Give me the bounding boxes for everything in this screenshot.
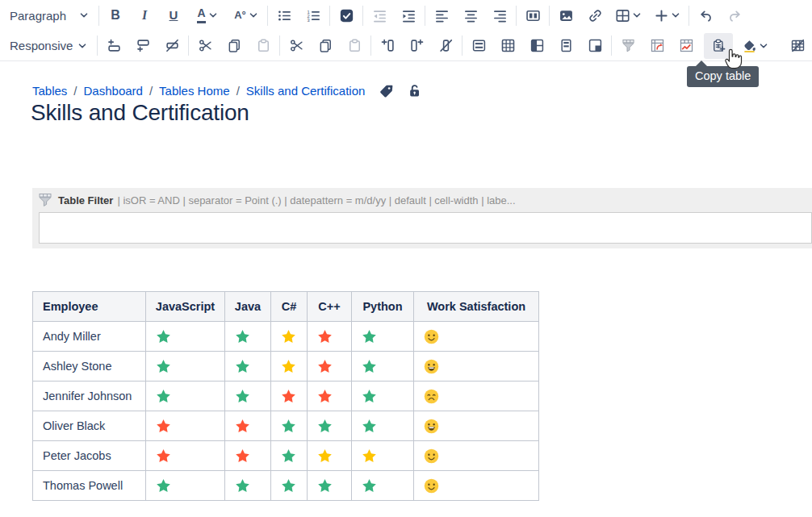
align-left-button[interactable] [427,2,456,28]
undo-button[interactable] [691,2,720,28]
table-filter-macro-header[interactable]: Table Filter | isOR = AND | separator = … [32,188,812,212]
text-style-dropdown[interactable]: A° [227,2,266,28]
heading-column-button[interactable] [522,33,551,59]
rating-cell[interactable] [271,381,308,411]
rating-cell[interactable] [225,381,271,411]
table-filter-macro[interactable]: Table Filter | isOR = AND | separator = … [32,188,812,248]
rating-cell[interactable] [352,322,414,352]
insert-row-below-button[interactable] [128,33,157,59]
rating-cell[interactable] [271,322,308,352]
align-center-button[interactable] [456,2,485,28]
column-header-employee[interactable]: Employee [33,292,146,322]
underline-button[interactable]: U [159,2,188,28]
page-layout-button[interactable] [518,2,547,28]
employee-cell[interactable]: Peter Jacobs [33,441,146,471]
delete-table-button[interactable] [783,33,812,59]
bullet-list-button[interactable] [270,2,299,28]
column-header-java[interactable]: Java [225,292,271,322]
breadcrumb-link[interactable]: Tables Home [159,84,230,98]
breadcrumb-link[interactable]: Skills and Certification [246,84,366,98]
breadcrumb-link[interactable]: Dashboard [84,84,143,98]
table-chart-button[interactable] [672,33,701,59]
satisfaction-cell[interactable] [414,352,539,381]
paste-row-button[interactable] [249,33,278,59]
breadcrumb-link[interactable]: Tables [32,84,67,98]
rating-cell[interactable] [225,411,271,441]
merge-cells-button[interactable] [464,33,493,59]
rating-cell[interactable] [308,352,352,381]
rating-cell[interactable] [352,411,414,441]
cut-column-button[interactable] [282,33,311,59]
cut-row-button[interactable] [190,33,220,59]
rating-cell[interactable] [271,352,308,381]
outdent-button[interactable] [365,2,394,28]
rating-cell[interactable] [352,381,414,411]
employee-cell[interactable]: Jennifer Johnson [33,381,146,411]
rating-cell[interactable] [146,381,225,411]
redo-button[interactable] [720,2,749,28]
rating-cell[interactable] [308,381,352,411]
column-header-c[interactable]: C++ [308,292,352,322]
rating-cell[interactable] [271,471,308,501]
labels-tag-icon[interactable] [379,84,393,98]
italic-button[interactable]: I [130,2,159,28]
numbered-list-button[interactable]: 123 [299,2,328,28]
table-mode-dropdown[interactable]: Responsive [0,33,95,59]
insert-row-above-button[interactable] [99,33,128,59]
insert-column-after-button[interactable] [402,33,431,59]
unlock-icon[interactable] [408,84,421,98]
employee-cell[interactable]: Ashley Stone [33,352,146,381]
footer-cell-button[interactable] [580,33,609,59]
indent-button[interactable] [394,2,423,28]
delete-row-button[interactable] [157,33,186,59]
rating-cell[interactable] [146,471,225,501]
satisfaction-cell[interactable] [414,322,539,352]
rating-cell[interactable] [146,411,225,441]
employee-cell[interactable]: Andy Miller [33,322,146,352]
rating-cell[interactable] [146,352,225,381]
insert-column-before-button[interactable] [373,33,402,59]
satisfaction-cell[interactable] [414,381,539,411]
task-list-button[interactable] [332,2,361,28]
align-right-button[interactable] [485,2,514,28]
rating-cell[interactable] [352,471,414,501]
insert-more-dropdown[interactable] [648,2,687,28]
rating-cell[interactable] [308,411,352,441]
rating-cell[interactable] [271,411,308,441]
rating-cell[interactable] [225,471,271,501]
copy-column-button[interactable] [311,33,340,59]
bold-button[interactable]: B [101,2,130,28]
employee-cell[interactable]: Thomas Powell [33,471,146,501]
satisfaction-cell[interactable] [414,471,539,501]
satisfaction-cell[interactable] [414,411,539,441]
paste-column-button[interactable] [340,33,369,59]
employee-cell[interactable]: Oliver Black [33,411,146,441]
pivot-table-button[interactable] [642,33,672,59]
insert-table-dropdown[interactable] [609,2,648,28]
copy-row-button[interactable] [220,33,249,59]
rating-cell[interactable] [352,352,414,381]
rating-cell[interactable] [308,471,352,501]
rating-cell[interactable] [225,322,271,352]
column-header-c[interactable]: C# [271,292,308,322]
column-header-javascript[interactable]: JavaScript [146,292,225,322]
rating-cell[interactable] [271,441,308,471]
rating-cell[interactable] [308,441,352,471]
rating-cell[interactable] [225,352,271,381]
rating-cell[interactable] [308,322,352,352]
table-filter-button[interactable] [613,33,642,59]
rating-cell[interactable] [352,441,414,471]
split-cells-button[interactable] [493,33,522,59]
text-color-dropdown[interactable]: A [188,2,227,28]
rating-cell[interactable] [146,322,225,352]
delete-column-button[interactable] [431,33,460,59]
satisfaction-cell[interactable] [414,441,539,471]
rating-cell[interactable] [225,441,271,471]
column-header-python[interactable]: Python [352,292,414,322]
insert-image-button[interactable] [551,2,580,28]
heading-rows-button[interactable] [551,33,580,59]
insert-link-button[interactable] [580,2,609,28]
rating-cell[interactable] [146,441,225,471]
paragraph-style-dropdown[interactable]: Paragraph [0,2,97,28]
column-header-work-satisfaction[interactable]: Work Satisfaction [414,292,539,322]
